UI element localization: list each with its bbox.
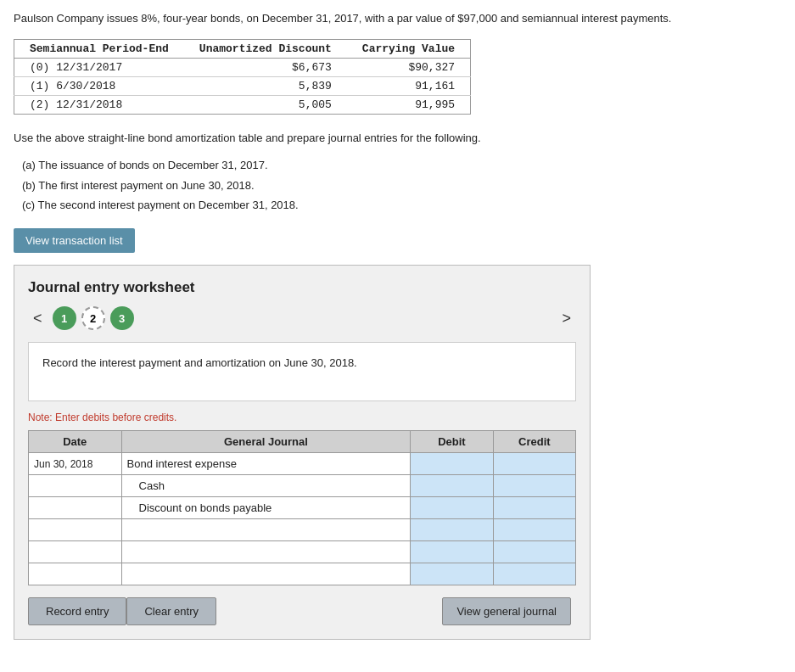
journal-row-3: Discount on bonds payable xyxy=(29,497,576,519)
credit-cell-5[interactable] xyxy=(493,541,575,563)
carrying-cell: 91,995 xyxy=(347,95,471,114)
gj-cell-6[interactable] xyxy=(121,563,411,585)
gj-cell-5[interactable] xyxy=(121,541,411,563)
debit-cell-6[interactable] xyxy=(411,563,493,585)
note-text: Note: Enter debits before credits. xyxy=(28,412,576,423)
step-3-button[interactable]: 3 xyxy=(110,306,134,330)
instruction-item-b: (b) The first interest payment on June 3… xyxy=(22,176,781,195)
debit-cell-2[interactable] xyxy=(411,475,493,497)
table-row: (0) 12/31/2017 $6,673 $90,327 xyxy=(14,58,471,76)
date-cell-5 xyxy=(29,541,122,563)
credit-cell-4[interactable] xyxy=(493,519,575,541)
prompt-text: Record the interest payment and amortiza… xyxy=(42,356,357,369)
col-header-carrying: Carrying Value xyxy=(347,39,471,58)
nav-row: < 1 2 3 > xyxy=(28,306,576,330)
col-credit: Credit xyxy=(493,431,575,453)
table-row: (1) 6/30/2018 5,839 91,161 xyxy=(14,76,471,95)
debit-cell-4[interactable] xyxy=(411,519,493,541)
gj-cell-4[interactable] xyxy=(121,519,411,541)
intro-text: Paulson Company issues 8%, four-year bon… xyxy=(14,10,781,27)
credit-cell-2[interactable] xyxy=(493,475,575,497)
gj-cell-2[interactable]: Cash xyxy=(121,475,411,497)
amort-table: Semiannual Period-End Unamortized Discou… xyxy=(14,39,471,115)
step-1-button[interactable]: 1 xyxy=(53,306,76,330)
worksheet-title: Journal entry worksheet xyxy=(28,279,576,296)
bottom-button-row: Record entry Clear entry View general jo… xyxy=(28,597,571,625)
journal-row-4 xyxy=(29,519,576,541)
col-header-period: Semiannual Period-End xyxy=(14,39,184,58)
journal-row-2: Cash xyxy=(29,475,576,497)
record-entry-button[interactable]: Record entry xyxy=(28,597,126,625)
date-cell-3 xyxy=(29,497,122,519)
date-cell-6 xyxy=(29,563,122,585)
prompt-box: Record the interest payment and amortiza… xyxy=(28,342,576,401)
instruction-item-c: (c) The second interest payment on Decem… xyxy=(22,195,781,215)
clear-entry-button[interactable]: Clear entry xyxy=(126,597,216,625)
period-cell: (0) 12/31/2017 xyxy=(14,58,184,76)
table-row: (2) 12/31/2018 5,005 91,995 xyxy=(14,95,471,114)
col-debit: Debit xyxy=(411,431,493,453)
credit-cell-1[interactable] xyxy=(493,453,575,475)
next-step-button[interactable]: > xyxy=(557,308,576,329)
credit-cell-3[interactable] xyxy=(493,497,575,519)
step-2-button[interactable]: 2 xyxy=(81,306,105,330)
unamortized-cell: 5,005 xyxy=(184,95,347,114)
date-cell-4 xyxy=(29,519,122,541)
instructions-sub: (a) The issuance of bonds on December 31… xyxy=(22,155,781,215)
instructions-main: Use the above straight-line bond amortiz… xyxy=(14,130,781,148)
date-cell-2 xyxy=(29,475,122,497)
gj-cell-3[interactable]: Discount on bonds payable xyxy=(121,497,411,519)
debit-cell-1[interactable] xyxy=(411,453,493,475)
date-cell-1: Jun 30, 2018 xyxy=(29,453,122,475)
gj-cell-1[interactable]: Bond interest expense xyxy=(121,453,411,475)
period-cell: (1) 6/30/2018 xyxy=(14,76,184,95)
period-cell: (2) 12/31/2018 xyxy=(14,95,184,114)
unamortized-cell: $6,673 xyxy=(184,58,347,76)
instruction-item-a: (a) The issuance of bonds on December 31… xyxy=(22,155,781,175)
journal-row-6 xyxy=(29,563,576,585)
col-header-unamortized: Unamortized Discount xyxy=(184,39,347,58)
debit-cell-5[interactable] xyxy=(411,541,493,563)
carrying-cell: $90,327 xyxy=(347,58,471,76)
unamortized-cell: 5,839 xyxy=(184,76,347,95)
journal-row-1: Jun 30, 2018 Bond interest expense xyxy=(29,453,576,475)
col-general-journal: General Journal xyxy=(121,431,411,453)
journal-row-5 xyxy=(29,541,576,563)
view-transaction-list-button[interactable]: View transaction list xyxy=(14,228,135,253)
prev-step-button[interactable]: < xyxy=(28,308,48,329)
credit-cell-6[interactable] xyxy=(493,563,575,585)
debit-cell-3[interactable] xyxy=(411,497,493,519)
carrying-cell: 91,161 xyxy=(347,76,471,95)
instructions-block: Use the above straight-line bond amortiz… xyxy=(14,130,781,216)
view-general-journal-button[interactable]: View general journal xyxy=(442,597,571,625)
col-date: Date xyxy=(29,431,122,453)
journal-entry-worksheet: Journal entry worksheet < 1 2 3 > Record… xyxy=(14,265,591,640)
journal-table: Date General Journal Debit Credit Jun 30… xyxy=(28,430,576,585)
